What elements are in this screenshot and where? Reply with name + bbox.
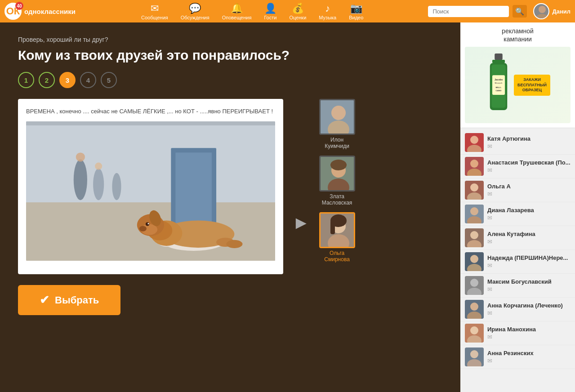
ad-bottle-svg: Jacobs Monarch MILLI- CANO <box>485 53 512 116</box>
friend-list-info: Анна Корчагина (Леченко) ✉ <box>487 302 571 316</box>
friend-list-name: Анна Корчагина (Леченко) <box>487 302 571 309</box>
svg-point-9 <box>95 162 102 169</box>
search-input[interactable] <box>428 6 509 17</box>
step-4[interactable]: 4 <box>80 72 96 88</box>
svg-point-38 <box>330 160 347 170</box>
search-button[interactable]: 🔍 <box>513 5 527 18</box>
post-image-svg <box>26 121 275 261</box>
notification-badge: 40 <box>15 2 23 10</box>
friend-list-info: Алена Кутафина ✉ <box>487 231 571 245</box>
friend-avatar-svg-olga <box>321 214 355 248</box>
list-item[interactable]: Ирина Манохина ✉ <box>460 321 575 345</box>
svg-point-1 <box>536 14 548 19</box>
svg-point-81 <box>470 350 478 358</box>
list-item[interactable]: Надежда (ПЕРШИНА)Нере... ✉ <box>460 250 575 274</box>
svg-point-75 <box>470 303 478 311</box>
list-item[interactable]: Ольга А ✉ <box>460 178 575 202</box>
svg-point-60 <box>470 183 478 192</box>
message-icon-6[interactable]: ✉ <box>487 286 571 293</box>
friend-list-name: Катя Артюгина <box>487 135 571 142</box>
list-item[interactable]: Алена Кутафина ✉ <box>460 226 575 250</box>
friend-list-avatar <box>465 181 484 200</box>
friend-list-info: Диана Лазарева ✉ <box>487 207 571 221</box>
quiz-title: Кому из твоих друзей это понравилось? <box>18 48 442 63</box>
messages-icon: ✉ <box>151 3 159 14</box>
nav-discussions[interactable]: 💬 Обсуждения <box>174 3 216 20</box>
svg-point-31 <box>226 240 242 248</box>
friend-list-avatar <box>465 276 484 295</box>
nav-guests[interactable]: 👤 Гости <box>258 3 283 20</box>
notifications-icon: 🔔 <box>231 3 243 14</box>
friend-list-name: Анна Резинских <box>487 350 571 356</box>
message-icon-9[interactable]: ✉ <box>487 357 571 364</box>
friend-list-avatar <box>465 228 484 247</box>
friends-column: ИлонКуимчиди ЗлатаМасловская <box>319 99 355 263</box>
step-1[interactable]: 1 <box>18 72 34 88</box>
svg-point-33 <box>331 106 346 120</box>
friend-list-info: Надежда (ПЕРШИНА)Нере... ✉ <box>487 254 571 269</box>
friend-list-info: Ирина Манохина ✉ <box>487 326 571 340</box>
svg-point-6 <box>74 159 87 200</box>
svg-rect-3 <box>26 121 275 202</box>
logo-area[interactable]: ОК 40 одноклассники <box>4 3 76 20</box>
friend-list-name: Максим Богуславский <box>487 278 571 285</box>
svg-rect-43 <box>330 221 335 234</box>
friend-list-info: Анастасия Трушевская (По... ✉ <box>487 159 571 174</box>
list-item[interactable]: Катя Артюгина ✉ <box>460 131 575 155</box>
step-2[interactable]: 2 <box>39 72 55 88</box>
svg-point-72 <box>470 279 478 287</box>
nav-ratings[interactable]: 💰 Оценки <box>283 3 312 20</box>
ad-order-button[interactable]: ЗАКАЖИБЕСПЛАТНЫЙОБРАЗЕЦ <box>514 75 550 96</box>
message-icon-0[interactable]: ✉ <box>487 143 571 150</box>
friend-list-name: Диана Лазарева <box>487 207 571 214</box>
top-navigation: ОК 40 одноклассники ✉ Сообщения 💬 Обсужд… <box>0 0 575 22</box>
ad-image-area[interactable]: Jacobs Monarch MILLI- CANO ЗАКАЖИБЕСПЛАТ… <box>465 47 571 123</box>
next-arrow[interactable]: ► <box>292 213 310 233</box>
message-icon-3[interactable]: ✉ <box>487 214 571 221</box>
center-content: Проверь, хороший ли ты друг? Кому из тво… <box>0 22 460 392</box>
nav-notifications[interactable]: 🔔 Оповещения <box>216 3 258 20</box>
svg-point-7 <box>76 152 85 161</box>
step-indicators: 1 2 3 4 5 <box>18 72 442 88</box>
message-icon-8[interactable]: ✉ <box>487 334 571 340</box>
svg-rect-44 <box>495 53 503 60</box>
select-button[interactable]: ✔ Выбрать <box>18 285 120 315</box>
friend-list-avatar <box>465 205 484 223</box>
message-icon-4[interactable]: ✉ <box>487 238 571 245</box>
nav-music[interactable]: ♪ Музыка <box>312 3 343 20</box>
message-icon-2[interactable]: ✉ <box>487 191 571 197</box>
nav-video[interactable]: 📷 Видео <box>343 3 370 20</box>
list-item[interactable]: Максим Богуславский ✉ <box>460 274 575 298</box>
friend-avatar-olga <box>319 212 355 248</box>
message-icon-5[interactable]: ✉ <box>487 262 571 269</box>
nav-items: ✉ Сообщения 💬 Обсуждения 🔔 Оповещения 👤 … <box>76 3 428 20</box>
list-item[interactable]: Анна Корчагина (Леченко) ✉ <box>460 298 575 321</box>
message-icon-7[interactable]: ✉ <box>487 310 571 316</box>
friend-list-name: Ирина Манохина <box>487 326 571 333</box>
list-item[interactable]: Анна Резинских ✉ <box>460 345 575 369</box>
step-5[interactable]: 5 <box>101 72 117 88</box>
discussions-icon: 💬 <box>189 3 201 14</box>
post-image <box>26 121 275 261</box>
svg-point-10 <box>112 173 121 200</box>
friend-item-zlata[interactable]: ЗлатаМасловская <box>319 156 355 206</box>
friend-item-olga[interactable]: ОльгаСмирнова <box>319 212 355 263</box>
list-item[interactable]: Диана Лазарева ✉ <box>460 202 575 226</box>
svg-text:CANO: CANO <box>496 89 502 92</box>
logo-icon: ОК 40 <box>4 3 22 20</box>
ad-title: рекламнойкампании <box>465 27 571 43</box>
step-3[interactable]: 3 <box>59 72 76 88</box>
friend-avatar-svg-zlata <box>321 157 355 192</box>
list-item[interactable]: Анастасия Трушевская (По... ✉ <box>460 155 575 178</box>
friend-list-name: Надежда (ПЕРШИНА)Нере... <box>487 254 571 261</box>
video-icon: 📷 <box>350 3 362 14</box>
avatar <box>533 3 549 19</box>
friend-list-avatar <box>465 324 484 343</box>
nav-messages[interactable]: ✉ Сообщения <box>135 3 174 20</box>
friend-list-avatar <box>465 133 484 152</box>
right-sidebar: рекламнойкампании Jacobs Monarch MILLI- <box>460 22 575 392</box>
user-area[interactable]: Данил <box>533 3 571 19</box>
svg-point-0 <box>539 6 546 13</box>
friend-item-ilon[interactable]: ИлонКуимчиди <box>319 99 355 149</box>
message-icon-1[interactable]: ✉ <box>487 167 571 174</box>
